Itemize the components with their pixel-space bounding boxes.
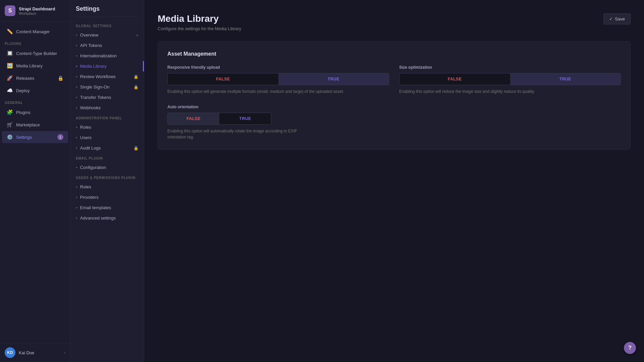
user-name: Kai Doe — [19, 350, 61, 355]
settings-label-roles: Roles — [80, 125, 91, 130]
sidebar: S Strapi Dashboard Workplace ✏️ Content … — [0, 0, 70, 362]
responsive-upload-true-btn[interactable]: TRUE — [278, 73, 389, 85]
admin-panel-label: ADMINISTRATION PANEL — [70, 113, 144, 122]
settings-item-transfer-tokens[interactable]: ● Transfer Tokens — [70, 92, 144, 103]
settings-item-providers[interactable]: ● Providers — [70, 192, 144, 202]
bullet-icon: ● — [76, 166, 77, 169]
auto-orientation-group: Auto orientation FALSE TRUE Enabling thi… — [167, 105, 302, 140]
sidebar-item-content-manager[interactable]: ✏️ Content Manager — [2, 25, 68, 38]
settings-item-up-roles[interactable]: ● Roles — [70, 182, 144, 192]
sidebar-item-content-type-builder[interactable]: 🔲 Content-Type Builder — [2, 47, 68, 59]
settings-item-media-library[interactable]: ● Media Library — [70, 61, 144, 71]
responsive-upload-false-btn[interactable]: FALSE — [168, 73, 278, 85]
settings-item-overview[interactable]: ● Overview ● — [70, 30, 144, 40]
settings-item-roles[interactable]: ● Roles — [70, 122, 144, 132]
settings-item-advanced-settings[interactable]: ● Advanced settings — [70, 213, 144, 223]
bullet-icon: ● — [76, 196, 77, 199]
settings-label-internationalization: Internationalization — [80, 53, 117, 58]
size-optimization-false-btn[interactable]: FALSE — [399, 73, 510, 85]
bullet-icon: ● — [76, 96, 77, 99]
releases-icon: 🚀 — [7, 75, 13, 81]
auto-orientation-false-btn[interactable]: FALSE — [168, 113, 219, 124]
sidebar-label-media-library: Media Library — [16, 63, 63, 68]
main-content: Media Library Configure the settings for… — [144, 0, 644, 362]
up-plugin-label: USERS & PERMISSIONS PLUGIN — [70, 173, 144, 182]
size-optimization-desc: Enabling this option will reduce the ima… — [399, 88, 621, 95]
responsive-upload-toggle[interactable]: FALSE TRUE — [167, 73, 389, 85]
sidebar-label-settings: Settings — [16, 135, 54, 140]
settings-label-api-tokens: API Tokens — [80, 43, 102, 48]
size-optimization-toggle[interactable]: FALSE TRUE — [399, 73, 621, 85]
deploy-icon: ☁️ — [7, 87, 13, 94]
settings-label-users: Users — [80, 135, 92, 140]
settings-item-users[interactable]: ● Users — [70, 132, 144, 143]
content-type-icon: 🔲 — [7, 50, 13, 56]
app-logo[interactable]: S Strapi Dashboard Workplace — [0, 0, 70, 22]
settings-item-email-templates[interactable]: ● Email templates — [70, 202, 144, 213]
collapse-sidebar-button[interactable]: ‹ — [64, 350, 65, 355]
releases-lock-icon: 🔒 — [58, 75, 63, 81]
bullet-icon: ● — [76, 106, 77, 109]
size-optimization-true-btn[interactable]: TRUE — [510, 73, 621, 85]
responsive-upload-group: Responsive friendly upload FALSE TRUE En… — [167, 65, 389, 95]
content-manager-icon: ✏️ — [7, 28, 13, 35]
sidebar-item-releases[interactable]: 🚀 Releases 🔒 — [2, 72, 68, 84]
settings-label-up-roles: Roles — [80, 184, 91, 189]
auto-orientation-toggle[interactable]: FALSE TRUE — [167, 113, 271, 125]
bullet-icon: ● — [76, 44, 77, 47]
help-button[interactable]: ? — [624, 342, 636, 354]
settings-item-review-workflows[interactable]: ● Review Workflows 🔒 — [70, 71, 144, 82]
settings-icon: ⚙️ — [7, 134, 13, 140]
sidebar-item-plugins[interactable]: 🧩 Plugins — [2, 106, 68, 118]
sidebar-item-marketplace[interactable]: 🛒 Marketplace — [2, 119, 68, 131]
bullet-icon: ● — [76, 34, 77, 37]
sidebar-label-content-manager: Content Manager — [16, 29, 63, 34]
settings-label-transfer-tokens: Transfer Tokens — [80, 95, 111, 100]
bullet-icon: ● — [76, 54, 77, 57]
asset-management-card: Asset Management Responsive friendly upl… — [158, 41, 631, 150]
sidebar-footer: KD Kai Doe ‹ — [0, 343, 70, 362]
overview-dot-icon: ● — [136, 33, 139, 38]
sidebar-item-deploy[interactable]: ☁️ Deploy — [2, 84, 68, 97]
settings-panel-title: Settings — [70, 5, 144, 16]
plugins-icon: 🧩 — [7, 109, 13, 115]
marketplace-icon: 🛒 — [7, 122, 13, 128]
sidebar-label-content-type: Content-Type Builder — [16, 51, 63, 56]
sidebar-item-media-library[interactable]: 🖼️ Media Library — [2, 60, 68, 72]
save-button[interactable]: ✓ Save — [603, 13, 631, 24]
email-plugin-label: EMAIL PLUGIN — [70, 153, 144, 162]
sidebar-label-deploy: Deploy — [16, 88, 63, 93]
settings-label-webhooks: Webhooks — [80, 105, 101, 110]
size-optimization-label: Size optimization — [399, 65, 621, 70]
page-header: Media Library Configure the settings for… — [158, 13, 631, 31]
card-title: Asset Management — [167, 51, 621, 57]
auto-orientation-true-btn[interactable]: TRUE — [219, 113, 271, 124]
settings-item-internationalization[interactable]: ● Internationalization — [70, 51, 144, 61]
checkmark-icon: ✓ — [609, 16, 613, 21]
user-avatar: KD — [5, 347, 15, 358]
settings-label-media-library: Media Library — [80, 64, 107, 69]
plugins-section-label: PLUGINS — [0, 38, 70, 47]
settings-badge: 1 — [57, 134, 63, 140]
page-title: Media Library — [158, 13, 241, 24]
bullet-icon-active: ● — [76, 65, 77, 68]
settings-item-single-sign-on[interactable]: ● Single Sign-On 🔒 — [70, 82, 144, 92]
bullet-icon: ● — [76, 185, 77, 188]
settings-item-api-tokens[interactable]: ● API Tokens — [70, 40, 144, 51]
responsive-upload-desc: Enabling this option will generate multi… — [167, 88, 389, 95]
sidebar-item-settings[interactable]: ⚙️ Settings 1 — [2, 131, 68, 143]
responsive-upload-label: Responsive friendly upload — [167, 65, 389, 70]
settings-item-configuration[interactable]: ● Configuration — [70, 162, 144, 173]
app-workspace: Workplace — [19, 11, 55, 15]
settings-label-advanced-settings: Advanced settings — [80, 216, 116, 221]
auto-orientation-desc: Enabling this option will automatically … — [167, 128, 302, 140]
settings-item-audit-logs[interactable]: ● Audit Logs 🔒 — [70, 143, 144, 153]
settings-label-providers: Providers — [80, 195, 99, 200]
settings-label-email-templates: Email templates — [80, 205, 111, 210]
size-optimization-group: Size optimization FALSE TRUE Enabling th… — [399, 65, 621, 95]
settings-divider — [76, 16, 139, 17]
settings-item-webhooks[interactable]: ● Webhooks — [70, 103, 144, 113]
sidebar-label-marketplace: Marketplace — [16, 122, 63, 127]
sidebar-nav: ✏️ Content Manager PLUGINS 🔲 Content-Typ… — [0, 22, 70, 343]
bullet-icon: ● — [76, 75, 77, 78]
